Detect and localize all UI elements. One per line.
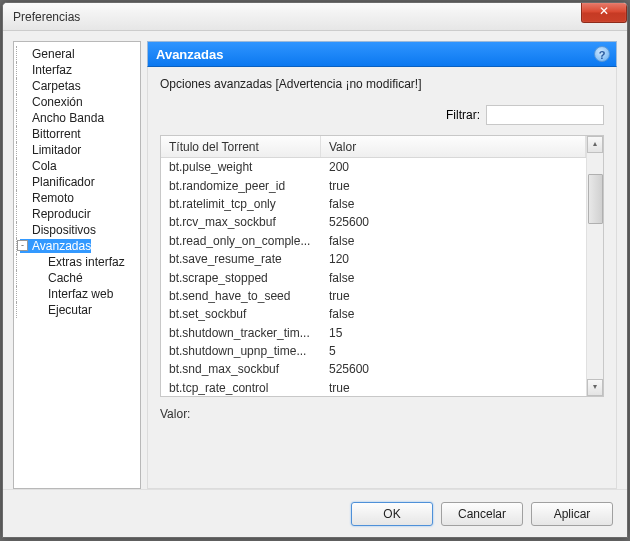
cell-value: 120: [321, 252, 586, 266]
table-inner: Título del Torrent Valor bt.pulse_weight…: [161, 136, 586, 396]
table-row[interactable]: bt.rcv_max_sockbuf525600: [161, 213, 586, 231]
table-row[interactable]: bt.set_sockbuffalse: [161, 305, 586, 323]
sidebar-item[interactable]: Dispositivos: [16, 222, 138, 238]
settings-table: Título del Torrent Valor bt.pulse_weight…: [160, 135, 604, 397]
sidebar-item-label: Avanzadas: [20, 239, 91, 253]
cell-value: true: [321, 179, 586, 193]
filter-row: Filtrar:: [160, 105, 604, 125]
panel-header: Avanzadas ?: [147, 41, 617, 67]
sidebar-item[interactable]: Ejecutar: [16, 302, 138, 318]
cell-name: bt.shutdown_tracker_tim...: [161, 326, 321, 340]
sidebar-item[interactable]: Reproducir: [16, 206, 138, 222]
sidebar-item-label: Ancho Banda: [20, 111, 104, 125]
panel-content: Opciones avanzadas [Advertencia ¡no modi…: [147, 67, 617, 489]
sidebar-item-label: Reproducir: [20, 207, 91, 221]
sidebar-item[interactable]: Planificador: [16, 174, 138, 190]
sidebar-item-label: Extras interfaz: [20, 255, 125, 269]
table-row[interactable]: bt.scrape_stoppedfalse: [161, 268, 586, 286]
table-row[interactable]: bt.shutdown_upnp_time...5: [161, 342, 586, 360]
scroll-down-button[interactable]: ▾: [587, 379, 603, 396]
ok-button[interactable]: OK: [351, 502, 433, 526]
scroll-thumb[interactable]: [588, 174, 603, 224]
sidebar-item[interactable]: Interfaz: [16, 62, 138, 78]
cell-value: false: [321, 307, 586, 321]
sidebar-item[interactable]: Remoto: [16, 190, 138, 206]
cell-value: false: [321, 234, 586, 248]
sidebar-item-label: Ejecutar: [20, 303, 92, 317]
cell-name: bt.pulse_weight: [161, 160, 321, 174]
cell-name: bt.save_resume_rate: [161, 252, 321, 266]
cell-value: 5: [321, 344, 586, 358]
sidebar-item-label: Interfaz web: [20, 287, 113, 301]
footer: OK Cancelar Aplicar: [3, 489, 627, 537]
table-row[interactable]: bt.shutdown_tracker_tim...15: [161, 324, 586, 342]
window-body: GeneralInterfazCarpetasConexiónAncho Ban…: [3, 31, 627, 489]
cell-value: false: [321, 197, 586, 211]
table-row[interactable]: bt.save_resume_rate120: [161, 250, 586, 268]
panel-title: Avanzadas: [156, 47, 223, 62]
apply-button[interactable]: Aplicar: [531, 502, 613, 526]
table-row[interactable]: bt.snd_max_sockbuf525600: [161, 360, 586, 378]
cell-name: bt.scrape_stopped: [161, 271, 321, 285]
help-icon[interactable]: ?: [594, 46, 610, 62]
sidebar-item[interactable]: Interfaz web: [16, 286, 138, 302]
sidebar-item-label: Planificador: [20, 175, 95, 189]
cell-name: bt.tcp_rate_control: [161, 381, 321, 395]
cell-name: bt.shutdown_upnp_time...: [161, 344, 321, 358]
sidebar-item-label: Bittorrent: [20, 127, 81, 141]
filter-input[interactable]: [486, 105, 604, 125]
sidebar-item-label: Cola: [20, 159, 57, 173]
table-row[interactable]: bt.randomize_peer_idtrue: [161, 176, 586, 194]
cell-name: bt.ratelimit_tcp_only: [161, 197, 321, 211]
cell-value: false: [321, 271, 586, 285]
table-header: Título del Torrent Valor: [161, 136, 586, 158]
table-row[interactable]: bt.read_only_on_comple...false: [161, 232, 586, 250]
table-row[interactable]: bt.pulse_weight200: [161, 158, 586, 176]
cancel-button[interactable]: Cancelar: [441, 502, 523, 526]
scroll-up-button[interactable]: ▴: [587, 136, 603, 153]
sidebar-item[interactable]: Caché: [16, 270, 138, 286]
sidebar-item[interactable]: Limitador: [16, 142, 138, 158]
right-panel: Avanzadas ? Opciones avanzadas [Adverten…: [147, 41, 617, 489]
tree-expander-icon[interactable]: -: [17, 240, 28, 251]
sidebar-item-label: Dispositivos: [20, 223, 96, 237]
sidebar-item[interactable]: Extras interfaz: [16, 254, 138, 270]
sidebar-item-label: Interfaz: [20, 63, 72, 77]
cell-name: bt.send_have_to_seed: [161, 289, 321, 303]
close-icon: ✕: [599, 4, 609, 18]
table-row[interactable]: bt.tcp_rate_controltrue: [161, 379, 586, 396]
sidebar-item[interactable]: General: [16, 46, 138, 62]
cell-name: bt.randomize_peer_id: [161, 179, 321, 193]
sidebar-item[interactable]: Carpetas: [16, 78, 138, 94]
sidebar-item[interactable]: Bittorrent: [16, 126, 138, 142]
sidebar-item-label: General: [20, 47, 75, 61]
sidebar-tree[interactable]: GeneralInterfazCarpetasConexiónAncho Ban…: [13, 41, 141, 489]
table-body: bt.pulse_weight200bt.randomize_peer_idtr…: [161, 158, 586, 396]
cell-name: bt.set_sockbuf: [161, 307, 321, 321]
cell-name: bt.read_only_on_comple...: [161, 234, 321, 248]
sidebar-item[interactable]: Cola: [16, 158, 138, 174]
col-name-header[interactable]: Título del Torrent: [161, 136, 321, 157]
sidebar-item-label: Conexión: [20, 95, 83, 109]
sidebar-item-label: Remoto: [20, 191, 74, 205]
warning-text: Opciones avanzadas [Advertencia ¡no modi…: [160, 77, 604, 91]
cell-value: 15: [321, 326, 586, 340]
sidebar-item[interactable]: Conexión: [16, 94, 138, 110]
close-button[interactable]: ✕: [581, 3, 627, 23]
filter-label: Filtrar:: [446, 108, 480, 122]
cell-value: 525600: [321, 362, 586, 376]
col-value-header[interactable]: Valor: [321, 136, 586, 157]
sidebar-item-label: Caché: [20, 271, 83, 285]
sidebar-item-label: Carpetas: [20, 79, 81, 93]
sidebar-item[interactable]: -Avanzadas: [16, 238, 138, 254]
value-label: Valor:: [160, 407, 604, 421]
cell-value: true: [321, 289, 586, 303]
sidebar-item[interactable]: Ancho Banda: [16, 110, 138, 126]
titlebar[interactable]: Preferencias ✕: [3, 3, 627, 31]
table-row[interactable]: bt.ratelimit_tcp_onlyfalse: [161, 195, 586, 213]
table-row[interactable]: bt.send_have_to_seedtrue: [161, 287, 586, 305]
sidebar-item-label: Limitador: [20, 143, 81, 157]
cell-name: bt.rcv_max_sockbuf: [161, 215, 321, 229]
scrollbar[interactable]: ▴ ▾: [586, 136, 603, 396]
cell-value: 525600: [321, 215, 586, 229]
